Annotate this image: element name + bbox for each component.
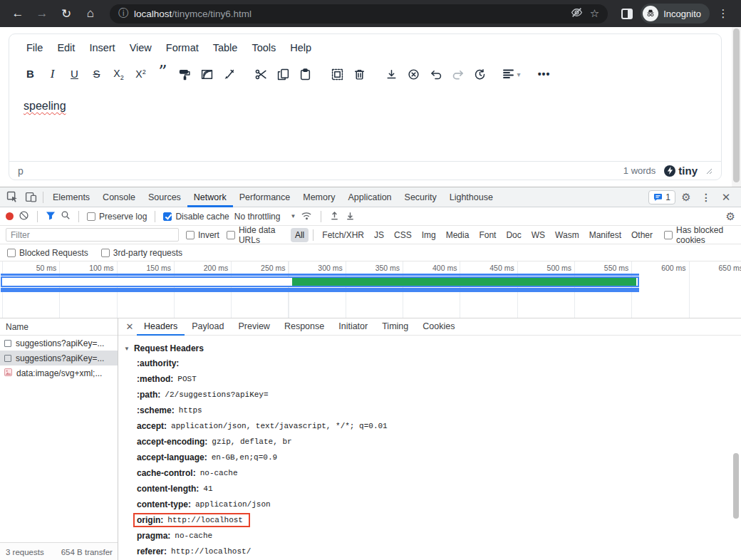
filter-type-css[interactable]: CSS xyxy=(390,228,416,242)
reload-icon[interactable]: ↻ xyxy=(56,3,77,24)
filter-funnel-icon[interactable] xyxy=(46,211,56,222)
browser-menu-icon[interactable]: ⋮ xyxy=(712,3,734,24)
filter-type-wasm[interactable]: Wasm xyxy=(551,228,584,242)
strikethrough-button[interactable]: S xyxy=(87,65,106,84)
detail-tab-response[interactable]: Response xyxy=(277,318,331,336)
name-column-header[interactable]: Name xyxy=(0,318,118,336)
element-path[interactable]: p xyxy=(18,165,24,177)
detail-scrollbar-thumb[interactable] xyxy=(733,453,739,519)
resize-handle[interactable] xyxy=(706,165,712,177)
invert-checkbox[interactable]: Invert xyxy=(186,230,219,240)
bookmark-star-icon[interactable]: ☆ xyxy=(590,7,599,20)
devtools-close-icon[interactable]: ✕ xyxy=(717,188,735,207)
filter-input[interactable] xyxy=(6,228,179,242)
hide-data-urls-checkbox[interactable]: Hide data URLs xyxy=(227,225,284,245)
filter-type-all[interactable]: All xyxy=(291,228,309,242)
search-icon[interactable] xyxy=(61,210,71,222)
import-har-icon[interactable] xyxy=(329,210,340,223)
detail-tab-payload[interactable]: Payload xyxy=(185,318,231,336)
issues-counter[interactable]: 1 xyxy=(648,190,675,204)
detail-tab-preview[interactable]: Preview xyxy=(231,318,276,336)
copy-button[interactable] xyxy=(274,65,293,84)
filter-type-other[interactable]: Other xyxy=(627,228,657,242)
underline-button[interactable]: U xyxy=(65,65,84,84)
tiny-logo[interactable]: tiny xyxy=(664,165,698,177)
menu-edit[interactable]: Edit xyxy=(50,39,82,56)
side-panel-icon[interactable] xyxy=(616,3,638,24)
network-conditions-icon[interactable] xyxy=(301,210,313,223)
record-icon[interactable] xyxy=(6,212,14,220)
detail-tab-timing[interactable]: Timing xyxy=(375,318,415,336)
tab-sources[interactable]: Sources xyxy=(142,187,187,207)
disable-cache-box[interactable] xyxy=(163,212,172,221)
export-har-icon[interactable] xyxy=(345,210,356,223)
devtools-menu-icon[interactable]: ⋮ xyxy=(697,188,715,207)
tab-elements[interactable]: Elements xyxy=(46,187,96,207)
forward-icon[interactable]: → xyxy=(31,3,53,24)
network-settings-icon[interactable]: ⚙ xyxy=(726,210,735,223)
detail-tab-headers[interactable]: Headers xyxy=(137,318,185,336)
tab-performance[interactable]: Performance xyxy=(233,187,297,207)
delete-button[interactable] xyxy=(350,65,369,84)
editor-content[interactable]: speeling xyxy=(9,90,721,161)
paste-button[interactable] xyxy=(296,65,315,84)
more-button[interactable]: ••• xyxy=(534,65,554,84)
device-toolbar-icon[interactable] xyxy=(21,188,40,207)
throttling-dropdown[interactable]: No throttling▼ xyxy=(234,212,296,222)
tab-security[interactable]: Security xyxy=(398,187,443,207)
filter-type-font[interactable]: Font xyxy=(475,228,500,242)
menu-format[interactable]: Format xyxy=(159,39,206,56)
preserve-log-box[interactable] xyxy=(87,212,95,221)
menu-insert[interactable]: Insert xyxy=(82,39,122,56)
bold-button[interactable]: B xyxy=(21,65,40,84)
superscript-button[interactable]: X2 xyxy=(131,65,150,84)
third-party-checkbox[interactable]: 3rd-party requests xyxy=(101,248,182,258)
tab-console[interactable]: Console xyxy=(96,187,142,207)
detail-tab-cookies[interactable]: Cookies xyxy=(415,318,462,336)
has-blocked-cookies-box[interactable] xyxy=(664,231,673,239)
request-row[interactable]: suggestions?apiKey=... xyxy=(0,336,118,351)
italic-button[interactable]: I xyxy=(43,65,62,84)
filter-type-manifest[interactable]: Manifest xyxy=(585,228,626,242)
word-count[interactable]: 1 words xyxy=(623,165,656,176)
menu-tools[interactable]: Tools xyxy=(244,39,283,56)
tab-application[interactable]: Application xyxy=(341,187,398,207)
export-button[interactable] xyxy=(382,65,401,84)
blocked-requests-checkbox[interactable]: Blocked Requests xyxy=(7,248,88,258)
filter-type-ws[interactable]: WS xyxy=(527,228,549,242)
back-icon[interactable]: ← xyxy=(7,3,28,24)
preserve-log-checkbox[interactable]: Preserve log xyxy=(87,212,147,222)
menu-file[interactable]: File xyxy=(19,39,50,56)
devtools-settings-icon[interactable]: ⚙ xyxy=(677,188,695,207)
filter-type-doc[interactable]: Doc xyxy=(502,228,525,242)
tab-network[interactable]: Network xyxy=(187,187,233,207)
format-painter-button[interactable] xyxy=(175,65,195,84)
filter-type-img[interactable]: Img xyxy=(418,228,440,242)
blockquote-button[interactable]: ” xyxy=(153,65,172,84)
network-overview-timeline[interactable]: 50 ms100 ms150 ms200 ms250 ms300 ms350 m… xyxy=(0,261,741,318)
page-scrollbar-thumb[interactable] xyxy=(733,28,740,182)
inspect-element-icon[interactable] xyxy=(3,188,21,207)
page-scrollbar[interactable] xyxy=(732,27,741,187)
menu-help[interactable]: Help xyxy=(283,39,318,56)
remove-button[interactable] xyxy=(404,65,423,84)
filter-type-js[interactable]: JS xyxy=(370,228,388,242)
address-bar[interactable]: ⓘ localhost/tinymce/tiny6.html ☆ xyxy=(110,4,608,24)
detail-tab-initiator[interactable]: Initiator xyxy=(331,318,375,336)
restore-draft-button[interactable] xyxy=(470,65,489,84)
disable-cache-checkbox[interactable]: Disable cache xyxy=(163,212,229,222)
tab-memory[interactable]: Memory xyxy=(296,187,341,207)
has-blocked-cookies-checkbox[interactable]: Has blocked cookies xyxy=(664,225,735,245)
detail-close-icon[interactable]: ✕ xyxy=(123,321,137,332)
subscript-button[interactable]: X2 xyxy=(109,65,128,84)
menu-view[interactable]: View xyxy=(123,39,159,56)
hide-data-urls-box[interactable] xyxy=(227,231,235,239)
third-party-box[interactable] xyxy=(101,249,110,257)
tab-lighthouse[interactable]: Lighthouse xyxy=(443,187,499,207)
filter-type-fetchxhr[interactable]: Fetch/XHR xyxy=(318,228,368,242)
disclosure-triangle-icon[interactable]: ▼ xyxy=(124,346,130,352)
request-headers-section[interactable]: ▼ Request Headers xyxy=(124,341,741,356)
clear-icon[interactable] xyxy=(19,210,29,223)
request-row[interactable]: data:image/svg+xml;... xyxy=(0,365,118,380)
permanent-pen-button[interactable] xyxy=(219,65,239,84)
